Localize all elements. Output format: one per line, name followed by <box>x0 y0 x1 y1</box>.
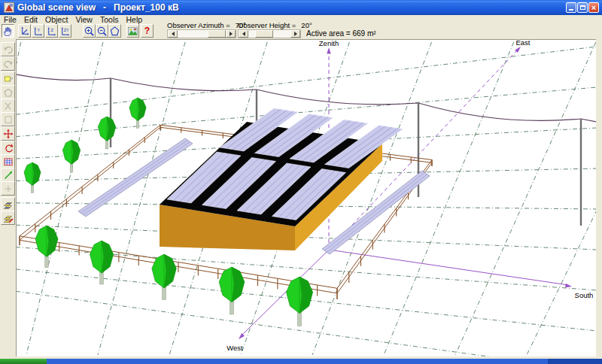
right-arrow-icon <box>230 32 235 36</box>
azimuth-slider-track[interactable] <box>178 30 226 38</box>
azimuth-increase-arrow[interactable] <box>226 30 236 38</box>
pv-panels-icon <box>3 199 14 210</box>
zoom-extents-button[interactable] <box>108 24 121 38</box>
svg-text:ZY: ZY <box>64 28 69 32</box>
rotate-object-button[interactable] <box>1 141 15 155</box>
axes-3d-icon <box>19 26 30 37</box>
render-shading-button[interactable] <box>126 24 139 38</box>
global-scene-view-window: Global scene view-Проект_100 кВ × File E… <box>0 0 602 364</box>
pv-panels-edit-icon <box>3 213 14 223</box>
app-icon <box>4 2 14 13</box>
observer-height-slider[interactable] <box>238 29 301 38</box>
view-xy-plane-button[interactable]: Y <box>32 24 44 38</box>
observer-height-control: Observer Height =20° <box>238 21 301 39</box>
polygon-extent-icon <box>109 26 120 37</box>
redo-button[interactable] <box>1 56 15 71</box>
left-tool-sidebar <box>0 39 16 356</box>
minimize-icon <box>569 9 573 11</box>
menu-item-file[interactable]: File <box>4 15 17 24</box>
menu-item-help[interactable]: Help <box>126 15 142 24</box>
observer-azimuth-label: Observer Azimuth =70° <box>167 21 236 29</box>
redo-icon <box>3 59 14 69</box>
measure-arrow-icon <box>3 170 14 180</box>
svg-text:Y: Y <box>38 28 41 32</box>
move-arrows-icon <box>3 129 14 139</box>
observer-azimuth-control: Observer Azimuth =70° <box>167 21 236 39</box>
grid-icon <box>3 156 14 167</box>
right-arrow-icon <box>294 32 299 36</box>
axes-zy-icon: ZY <box>59 26 71 37</box>
east-label: East <box>515 40 530 47</box>
toolbar: Y Z ZY <box>0 24 602 39</box>
cut-object-icon <box>3 101 14 111</box>
copy-object-button[interactable] <box>1 85 15 99</box>
zoom-out-button[interactable] <box>96 24 108 38</box>
align-icon <box>3 184 14 194</box>
south-label: South <box>575 291 594 299</box>
height-slider-track[interactable] <box>248 30 290 38</box>
measure-button[interactable] <box>1 168 15 182</box>
close-icon: × <box>591 3 596 12</box>
start-button[interactable] <box>0 359 47 364</box>
pan-hand-button[interactable] <box>2 24 14 38</box>
rotate-icon <box>3 143 14 153</box>
maximize-button[interactable] <box>577 2 588 13</box>
left-arrow-icon <box>169 32 175 36</box>
menu-item-edit[interactable]: Edit <box>24 15 38 24</box>
undo-button[interactable] <box>1 42 15 56</box>
copy-object-icon <box>3 87 14 98</box>
scene-viewport[interactable]: Zenith East South West <box>16 39 596 356</box>
west-label: West <box>227 344 243 352</box>
view-zy-plane-button[interactable]: ZY <box>59 24 71 38</box>
help-icon: ? <box>144 26 150 35</box>
hand-icon <box>2 26 14 37</box>
active-area-readout: Active area = 669 m² <box>306 29 376 38</box>
left-arrow-icon <box>240 32 245 36</box>
cut-object-button[interactable] <box>1 99 15 113</box>
menu-item-view[interactable]: View <box>75 15 93 24</box>
azimuth-slider-thumb[interactable] <box>208 30 226 38</box>
zoom-out-icon <box>96 26 108 37</box>
help-button[interactable]: ? <box>141 24 154 38</box>
zoom-in-button[interactable] <box>83 24 96 38</box>
zenith-label: Zenith <box>319 40 339 47</box>
axes-xy-icon: Y <box>32 26 44 37</box>
observer-height-value: 20° <box>301 21 312 29</box>
svg-text:Z: Z <box>51 28 54 32</box>
height-increase-arrow[interactable] <box>290 30 300 38</box>
taskbar[interactable] <box>0 359 602 364</box>
axes-xz-icon: Z <box>46 26 57 37</box>
minimize-button[interactable] <box>566 2 576 13</box>
observer-azimuth-slider[interactable] <box>167 29 236 38</box>
maximize-icon <box>580 5 585 10</box>
pv-field-button[interactable] <box>1 197 15 211</box>
close-button[interactable]: × <box>588 2 599 13</box>
azimuth-decrease-arrow[interactable] <box>168 30 178 38</box>
menu-item-tools[interactable]: Tools <box>100 15 119 24</box>
observer-height-label: Observer Height =20° <box>238 21 301 29</box>
edit-zone-icon <box>3 74 14 84</box>
zoom-in-icon <box>84 26 95 37</box>
paste-object-button[interactable] <box>1 112 15 126</box>
view-3d-axes-button[interactable] <box>18 24 31 38</box>
system-tray[interactable] <box>548 359 602 364</box>
menu-item-object[interactable]: Object <box>45 15 68 24</box>
view-xz-plane-button[interactable]: Z <box>45 24 58 38</box>
height-slider-thumb[interactable] <box>255 30 273 38</box>
height-decrease-arrow[interactable] <box>239 30 248 38</box>
move-object-button[interactable] <box>1 126 15 141</box>
paste-object-icon <box>3 114 14 125</box>
edit-zone-button[interactable] <box>1 71 15 86</box>
undo-icon <box>3 44 14 55</box>
align-button[interactable] <box>1 181 15 196</box>
scene-render-icon <box>127 26 138 37</box>
titlebar[interactable]: Global scene view-Проект_100 кВ × <box>0 0 602 15</box>
scene-objects <box>17 74 596 326</box>
grid-button[interactable] <box>1 154 15 168</box>
window-title: Global scene view-Проект_100 кВ <box>17 2 179 13</box>
pv-field-edit-button[interactable] <box>1 211 15 225</box>
